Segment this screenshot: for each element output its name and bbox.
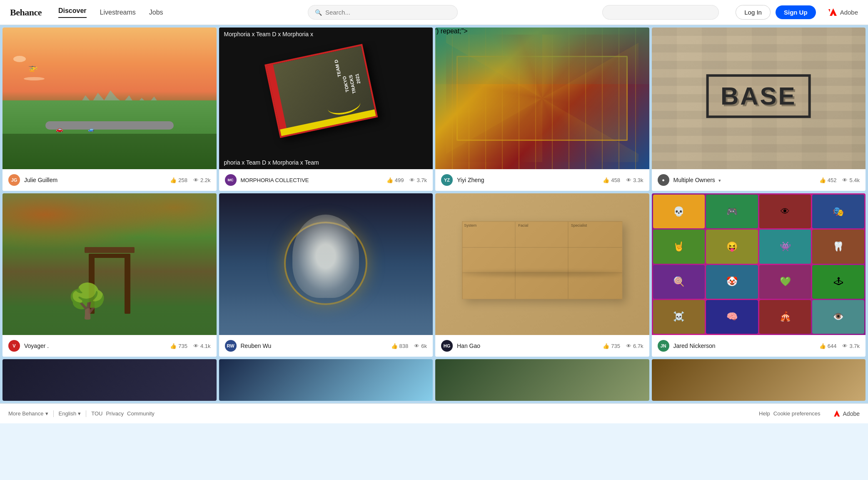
- card-6-stats: 👍 838 👁 6k: [391, 343, 427, 349]
- like-icon-3: 👍: [603, 177, 609, 183]
- adobe-footer-icon: [832, 410, 841, 418]
- footer-tou-link[interactable]: TOU: [91, 410, 102, 417]
- login-button[interactable]: Log In: [736, 5, 771, 20]
- card-8-footer: JN Jared Nickerson 👍 644 👁 3.7k: [652, 335, 866, 357]
- like-icon: 👍: [170, 177, 177, 183]
- card-3[interactable]: ') repeat;"> YZ Yiyi Zheng 👍 458 👁 3.3k: [435, 28, 649, 191]
- marquee-top: Morphoria x Team D x Morphoria x: [219, 28, 433, 41]
- signup-button[interactable]: Sign Up: [776, 5, 816, 19]
- owner-multiple[interactable]: Multiple Owners ▾: [673, 177, 819, 183]
- card-1-image: 🚁 🚗 🚙: [2, 28, 217, 169]
- language-label: English: [59, 410, 77, 417]
- avatar-morphoria: MC: [225, 174, 237, 186]
- like-icon-8: 👍: [819, 343, 826, 349]
- view-icon-2: 👁: [409, 177, 415, 183]
- footer-help-link[interactable]: Help: [759, 410, 770, 417]
- owner-jared[interactable]: Jared Nickerson: [673, 342, 819, 349]
- card-6-image: [219, 193, 433, 335]
- avatar-jared: JN: [658, 340, 669, 352]
- search-container: 🔍: [163, 5, 603, 20]
- header-actions: Log In Sign Up Adobe: [736, 5, 858, 20]
- like-icon-5: 👍: [170, 343, 177, 349]
- dropdown-arrow-icon[interactable]: ▾: [718, 178, 721, 183]
- like-count-8: 644: [828, 343, 837, 349]
- like-count-6: 838: [399, 343, 409, 349]
- views-stat-2: 👁 3.7k: [409, 177, 427, 183]
- view-icon: 👁: [193, 177, 199, 183]
- search-input-right[interactable]: [609, 9, 712, 16]
- like-count-5: 735: [178, 343, 187, 349]
- like-count-4: 452: [828, 177, 837, 183]
- card-5-image: 🌳: [2, 193, 217, 335]
- card-8[interactable]: 💀 🎮 👁 🎭 🤘 😝 👾 🦷 🍭 🤡 💚 🕹 ☠️ 🧠 🎪 👁️ JN: [652, 193, 866, 357]
- nav-jobs[interactable]: Jobs: [149, 9, 163, 16]
- card-2-image: Morphoria x Team D x Morphoria x TOKYOTR…: [219, 28, 433, 169]
- language-dropdown-arrow-icon: ▾: [78, 410, 81, 417]
- view-icon-7: 👁: [626, 343, 631, 349]
- view-count-5: 4.1k: [200, 343, 211, 349]
- card-7-stats: 👍 735 👁 6.7k: [603, 343, 643, 349]
- likes-stat-2: 👍 499: [387, 177, 404, 183]
- views-stat: 👁 2.2k: [193, 177, 211, 183]
- card-9[interactable]: [2, 359, 217, 401]
- likes-stat: 👍 258: [170, 177, 187, 183]
- card-7-footer: HG Han Gao 👍 735 👁 6.7k: [435, 335, 649, 357]
- search-input[interactable]: [325, 9, 451, 16]
- owner-morphoria[interactable]: MORPHORIA COLLECTIVE: [241, 177, 387, 183]
- card-7[interactable]: System Facial Specialist HG Han Gao 👍 73…: [435, 193, 649, 357]
- footer-divider-1: [53, 410, 54, 417]
- card-7-image: System Facial Specialist: [435, 193, 649, 335]
- logo[interactable]: Behance: [10, 7, 42, 18]
- like-icon-7: 👍: [603, 343, 609, 349]
- card-5-stats: 👍 735 👁 4.1k: [170, 343, 210, 349]
- owner-hangao[interactable]: Han Gao: [457, 342, 603, 349]
- owner-voyager[interactable]: Voyager .: [24, 342, 170, 349]
- owner-reuben[interactable]: Reuben Wu: [241, 342, 391, 349]
- avatar-multiple: ●: [658, 174, 669, 186]
- card-8-stats: 👍 644 👁 3.7k: [819, 343, 860, 349]
- language-dropdown[interactable]: English ▾: [59, 410, 81, 417]
- card-3-stats: 👍 458 👁 3.3k: [603, 177, 643, 183]
- owner-julie[interactable]: Julie Guillem: [24, 177, 170, 183]
- card-4[interactable]: BASE ● Multiple Owners ▾ 👍 452 👁 5.4k: [652, 28, 866, 191]
- card-4-stats: 👍 452 👁 5.4k: [819, 177, 860, 183]
- footer-community-link[interactable]: Community: [127, 410, 155, 417]
- footer-divider-2: [86, 410, 86, 417]
- card-10[interactable]: [219, 359, 433, 401]
- nav-discover[interactable]: Discover: [58, 7, 87, 18]
- card-1-footer: JG Julie Guillem 👍 258 👁 2.2k: [2, 169, 217, 191]
- view-icon-5: 👁: [193, 343, 199, 349]
- more-behance-dropdown[interactable]: More Behance ▾: [8, 410, 48, 417]
- card-4-footer: ● Multiple Owners ▾ 👍 452 👁 5.4k: [652, 169, 866, 191]
- card-2[interactable]: Morphoria x Team D x Morphoria x TOKYOTR…: [219, 28, 433, 191]
- card-6-footer: RW Reuben Wu 👍 838 👁 6k: [219, 335, 433, 357]
- owner-yiyi[interactable]: Yiyi Zheng: [457, 177, 603, 183]
- more-behance-label: More Behance: [8, 410, 44, 417]
- footer-cookies-link[interactable]: Cookie preferences: [773, 410, 821, 417]
- adobe-brand: Adobe: [828, 8, 858, 18]
- card-5-footer: V Voyager . 👍 735 👁 4.1k: [2, 335, 217, 357]
- card-11[interactable]: [435, 359, 649, 401]
- adobe-footer-label: Adobe: [843, 410, 860, 417]
- view-count-2: 3.7k: [417, 177, 427, 183]
- footer-privacy-link[interactable]: Privacy: [106, 410, 124, 417]
- like-icon-6: 👍: [391, 343, 398, 349]
- like-count: 258: [178, 177, 187, 183]
- avatar-hangao: HG: [441, 340, 453, 352]
- nav-livestreams[interactable]: Livestreams: [100, 9, 136, 16]
- view-count-4: 5.4k: [849, 177, 860, 183]
- card-2-footer: MC MORPHORIA COLLECTIVE 👍 499 👁 3.7k: [219, 169, 433, 191]
- like-count-3: 458: [611, 177, 620, 183]
- like-icon-4: 👍: [819, 177, 826, 183]
- adobe-icon: [828, 8, 838, 18]
- view-icon-6: 👁: [414, 343, 419, 349]
- card-4-image: BASE: [652, 28, 866, 169]
- card-12[interactable]: [652, 359, 866, 401]
- card-1[interactable]: 🚁 🚗 🚙 JG Julie Guillem 👍 258 👁 2.2k: [2, 28, 217, 191]
- search-icon: 🔍: [315, 9, 322, 16]
- like-icon-2: 👍: [387, 177, 393, 183]
- header: Behance Discover Livestreams Jobs 🔍 Log …: [0, 0, 868, 25]
- card-6[interactable]: RW Reuben Wu 👍 838 👁 6k: [219, 193, 433, 357]
- card-5[interactable]: 🌳 V Voyager . 👍 735 👁 4.1k: [2, 193, 217, 357]
- like-count-7: 735: [611, 343, 620, 349]
